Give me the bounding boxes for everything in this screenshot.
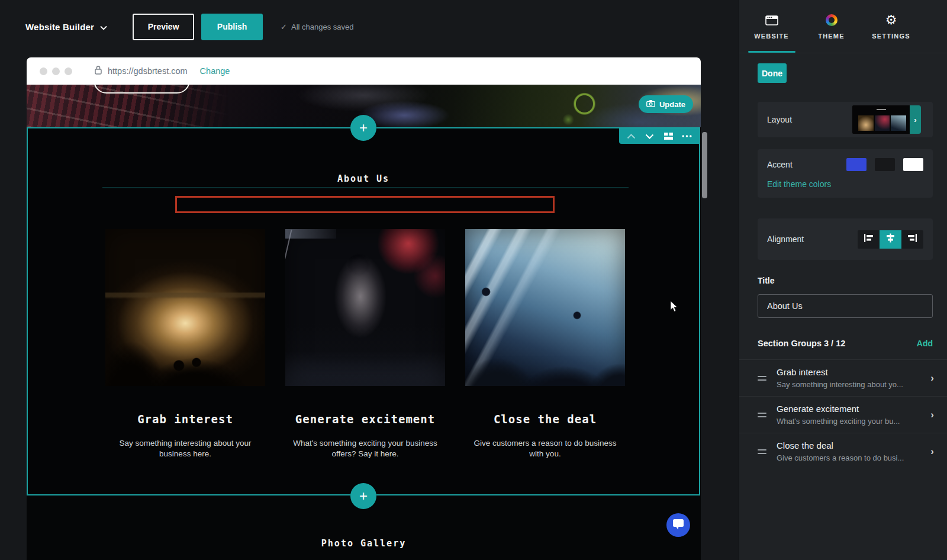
column-grab-interest[interactable]: Grab interest Say something interesting … [105, 229, 265, 459]
camera-icon [646, 100, 655, 109]
add-section-below-button[interactable]: + [350, 483, 376, 509]
chat-widget-button[interactable] [666, 513, 690, 537]
concert-stage-image[interactable] [105, 229, 265, 386]
lock-icon [94, 65, 102, 78]
chevron-right-icon: › [930, 409, 934, 421]
done-button[interactable]: Done [758, 63, 787, 83]
tab-website[interactable]: WEBSITE [742, 0, 801, 53]
color-wheel-icon [826, 14, 838, 26]
gear-icon: ⚙ [885, 14, 897, 27]
move-section-up-icon[interactable] [624, 130, 637, 143]
about-us-section[interactable]: About Us Grab interest Say something int… [27, 127, 700, 495]
browser-window-icon [765, 13, 778, 27]
align-right-button[interactable] [901, 230, 923, 249]
app-menu[interactable]: Website Builder [25, 22, 107, 32]
layout-thumbnail[interactable]: › [852, 105, 921, 134]
editor-sidebar: WEBSITE THEME ⚙ SETTINGS Done Layout › [739, 0, 947, 560]
chevron-down-icon [100, 22, 107, 32]
section-title-input[interactable] [758, 294, 933, 318]
group-title: Grab interest [777, 367, 925, 377]
tab-label: THEME [818, 33, 845, 40]
column-title[interactable]: Grab interest [137, 413, 233, 426]
accent-swatches [846, 158, 923, 171]
tab-label: WEBSITE [754, 33, 789, 40]
section-group-item-close-the-deal[interactable]: Close the deal Give customers a reason t… [739, 433, 947, 469]
top-bar: Website Builder Preview Publish ✓ All ch… [0, 0, 739, 53]
chat-icon [672, 519, 684, 532]
empty-text-error-box[interactable] [175, 196, 555, 213]
column-generate-excitement[interactable]: Generate excitement What's something exc… [285, 229, 445, 459]
section-toolbar [619, 128, 699, 144]
alignment-panel: Alignment [758, 218, 933, 260]
column-text[interactable]: Give customers a reason to do business w… [472, 438, 618, 459]
edit-theme-colors-link[interactable]: Edit theme colors [767, 179, 831, 189]
chevron-right-icon: › [914, 115, 916, 124]
layout-preview-image [852, 105, 910, 134]
chevron-right-icon: › [930, 372, 934, 384]
title-row-guide [102, 187, 629, 188]
book-a-tour-button[interactable]: BOOK A TOUR [94, 85, 190, 94]
alignment-label: Alignment [767, 234, 858, 244]
section-group-list: Grab interest Say something interesting … [739, 359, 947, 469]
add-section-above-button[interactable]: + [350, 115, 376, 141]
align-left-button[interactable] [858, 230, 880, 249]
window-dots-icon [40, 67, 72, 75]
drag-handle-icon[interactable] [758, 413, 766, 417]
column-title[interactable]: Generate excitement [295, 413, 435, 426]
site-preview-canvas: https://gdsbrtest.com Change BOOK A TOUR… [27, 57, 701, 560]
accent-swatch-white[interactable] [903, 158, 923, 171]
group-title: Generate excitement [777, 404, 925, 414]
title-field-label: Title [758, 276, 933, 285]
tab-settings[interactable]: ⚙ SETTINGS [861, 0, 921, 53]
update-label: Update [659, 100, 685, 109]
crowd-image[interactable] [465, 229, 625, 386]
next-section-title: Photo Gallery [27, 538, 701, 549]
section-layout-icon[interactable] [662, 130, 675, 143]
site-url: https://gdsbrtest.com [108, 66, 188, 76]
preview-scrollbar-thumb[interactable] [702, 132, 707, 198]
align-center-button[interactable] [880, 230, 901, 249]
align-right-icon [907, 233, 917, 245]
tab-label: SETTINGS [872, 33, 910, 40]
drag-handle-icon[interactable] [758, 376, 766, 381]
tab-theme[interactable]: THEME [801, 0, 861, 53]
section-group-item-grab-interest[interactable]: Grab interest Say something interesting … [739, 359, 947, 396]
group-subtitle: Say something interesting about yo... [777, 380, 925, 389]
accent-label: Accent [767, 160, 846, 169]
preview-button[interactable]: Preview [133, 14, 194, 40]
group-title: Close the deal [777, 440, 925, 450]
section-more-icon[interactable] [681, 130, 694, 143]
group-subtitle: Give customers a reason to do busi... [777, 453, 925, 462]
column-title[interactable]: Close the deal [494, 413, 597, 426]
update-image-button[interactable]: Update [639, 95, 693, 113]
column-text[interactable]: Say something interesting about your bus… [112, 438, 258, 459]
column-text[interactable]: What's something exciting your business … [292, 438, 438, 459]
layout-label: Layout [767, 115, 852, 124]
app-title: Website Builder [25, 22, 94, 32]
publish-button[interactable]: Publish [201, 14, 263, 40]
section-title-text[interactable]: About Us [28, 173, 699, 184]
move-section-down-icon[interactable] [643, 130, 656, 143]
drag-handle-icon[interactable] [758, 449, 766, 454]
align-center-icon [885, 233, 896, 245]
singer-image[interactable] [285, 229, 445, 386]
accent-panel: Accent Edit theme colors [758, 149, 933, 198]
chevron-right-icon: › [930, 446, 934, 458]
accent-swatch-blue[interactable] [846, 158, 867, 171]
browser-chrome: https://gdsbrtest.com Change [27, 57, 701, 85]
section-groups-count-label: Section Groups 3 / 12 [758, 339, 845, 348]
three-column-group: Grab interest Say something interesting … [105, 229, 625, 459]
sidebar-tabs: WEBSITE THEME ⚙ SETTINGS [739, 0, 947, 53]
section-group-item-generate-excitement[interactable]: Generate excitement What's something exc… [739, 396, 947, 433]
check-icon: ✓ [281, 22, 287, 31]
alignment-buttons [858, 230, 923, 249]
change-domain-link[interactable]: Change [200, 66, 230, 76]
save-status-text: All changes saved [291, 22, 354, 31]
column-close-the-deal[interactable]: Close the deal Give customers a reason t… [465, 229, 625, 459]
layout-panel: Layout › [758, 102, 933, 137]
group-subtitle: What's something exciting your bu... [777, 417, 925, 426]
add-section-group-link[interactable]: Add [917, 339, 933, 348]
accent-swatch-black[interactable] [875, 158, 895, 171]
layout-expand-button[interactable]: › [910, 105, 921, 134]
align-left-icon [864, 233, 874, 245]
